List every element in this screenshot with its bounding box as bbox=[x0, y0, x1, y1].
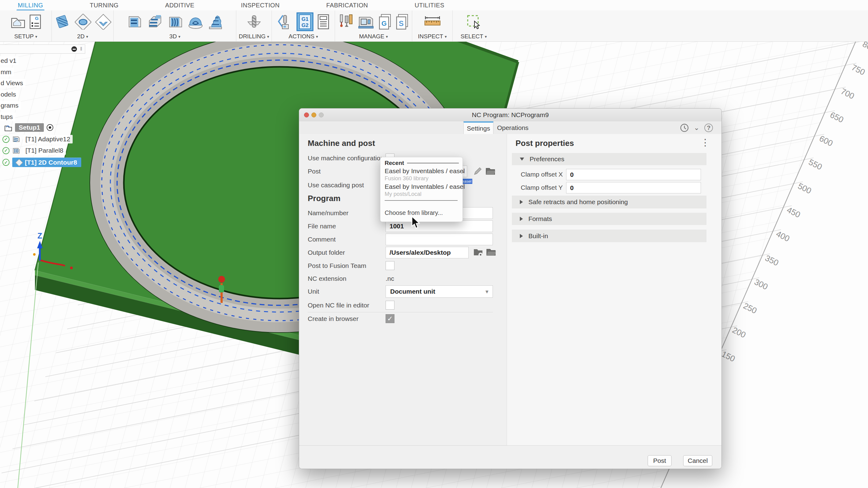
browser-header[interactable]: ‖ bbox=[0, 44, 85, 54]
browser-drag-handle[interactable]: ‖ bbox=[80, 46, 83, 52]
edit-post-pencil-icon[interactable] bbox=[473, 166, 483, 176]
post-process-icon[interactable]: G1 G2 bbox=[297, 12, 314, 31]
measure-icon[interactable] bbox=[423, 15, 442, 29]
tool-library-icon[interactable] bbox=[338, 13, 354, 30]
selected-operation[interactable]: [T1] 2D Contour8 bbox=[12, 158, 81, 167]
drill-icon[interactable] bbox=[246, 14, 262, 30]
browser-item-named-views[interactable]: d Views bbox=[0, 79, 25, 87]
browser-setup1-row[interactable]: Setup1 bbox=[4, 123, 53, 132]
section-preferences[interactable]: Preferences bbox=[512, 153, 707, 165]
menu-item-post-2-subtitle: My posts/Local bbox=[385, 191, 422, 197]
create-in-browser-label: Create in browser bbox=[308, 314, 359, 323]
template-library-icon[interactable]: S bbox=[395, 13, 409, 30]
dialog-tab-settings[interactable]: Settings bbox=[463, 121, 493, 134]
setup1-label[interactable]: Setup1 bbox=[15, 123, 44, 132]
menu-item-post-2[interactable]: Easel by Inventables / easel bbox=[385, 183, 465, 190]
tab-fabrication[interactable]: FABRICATION bbox=[326, 2, 368, 9]
menu-item-choose-from-library[interactable]: Choose from library... bbox=[385, 209, 443, 216]
select-icon[interactable] bbox=[466, 14, 482, 30]
setup-sheet-icon[interactable] bbox=[317, 14, 330, 30]
cancel-button[interactable]: Cancel bbox=[683, 455, 712, 466]
select-group-label[interactable]: SELECT bbox=[461, 33, 487, 40]
2d-adaptive-icon[interactable] bbox=[54, 14, 71, 30]
section-formats[interactable]: Formats bbox=[512, 213, 707, 225]
section-safe-retracts[interactable]: Safe retracts and home positioning bbox=[512, 195, 707, 208]
2d-pocket-icon[interactable] bbox=[75, 14, 91, 30]
machine-library-icon[interactable] bbox=[358, 14, 375, 29]
svg-text:G: G bbox=[381, 20, 386, 27]
section-built-in[interactable]: Built-in bbox=[512, 230, 707, 242]
setup-group-label[interactable]: SETUP bbox=[14, 33, 37, 40]
operation-row-adaptive[interactable]: [T1] Adaptive12 bbox=[2, 135, 73, 144]
help-icon[interactable] bbox=[704, 124, 713, 132]
dialog-titlebar[interactable]: NC Program: NCProgram9 bbox=[299, 109, 721, 122]
3d-adaptive-icon[interactable] bbox=[127, 13, 143, 30]
3d-spiral-icon[interactable] bbox=[208, 13, 223, 30]
clamp-offset-y-input[interactable]: 0 bbox=[566, 182, 701, 193]
tab-additive[interactable]: ADDITIVE bbox=[165, 2, 194, 9]
recent-posts-history-icon[interactable] bbox=[680, 123, 689, 132]
collapse-browser-icon[interactable] bbox=[71, 46, 77, 52]
file-name-input[interactable]: 1001 bbox=[385, 220, 493, 232]
svg-text:G: G bbox=[35, 16, 39, 21]
browse-output-folder-icon[interactable] bbox=[486, 248, 497, 256]
browser-item-setups[interactable]: tups bbox=[0, 113, 15, 121]
dialog-footer: Post Cancel bbox=[299, 446, 721, 469]
mouse-cursor bbox=[411, 216, 423, 229]
nc-program-icon[interactable]: G bbox=[29, 14, 41, 29]
active-setup-radio-icon[interactable] bbox=[46, 124, 53, 131]
actions-group-label[interactable]: ACTIONS bbox=[289, 33, 318, 40]
clamp-offset-x-label: Clamp offset X bbox=[521, 170, 563, 179]
browser-item-units[interactable]: mm bbox=[0, 68, 14, 76]
dialog-tab-operations[interactable]: Operations bbox=[494, 121, 531, 134]
3d-group-label[interactable]: 3D bbox=[169, 33, 181, 40]
inspect-group-label[interactable]: INSPECT bbox=[418, 33, 447, 40]
new-setup-icon[interactable] bbox=[10, 15, 26, 29]
browser-item-programs[interactable]: grams bbox=[0, 101, 21, 110]
tab-milling[interactable]: MILLING bbox=[18, 2, 43, 9]
output-folder-input[interactable]: /Users/alex/Desktop bbox=[385, 247, 469, 258]
view-output-folder-icon[interactable] bbox=[473, 248, 484, 257]
toolbar-group-3d: 3D bbox=[114, 10, 236, 41]
post-to-fusion-team-checkbox[interactable] bbox=[385, 261, 395, 270]
unit-select[interactable]: Document unit bbox=[385, 285, 493, 298]
post-library-icon[interactable]: G bbox=[378, 13, 392, 30]
menu-item-post-1[interactable]: Easel by Inventables / easel bbox=[385, 167, 465, 175]
comment-input[interactable] bbox=[385, 234, 493, 245]
z-axis-label: Z bbox=[37, 232, 42, 240]
create-in-browser-checkbox[interactable] bbox=[385, 314, 395, 323]
clamp-offset-x-input[interactable]: 0 bbox=[566, 169, 701, 180]
contour-operation-icon bbox=[15, 159, 23, 166]
3d-pocket-icon[interactable] bbox=[147, 13, 163, 30]
drilling-group-label[interactable]: DRILLING bbox=[239, 33, 269, 40]
browser-item-models[interactable]: odels bbox=[0, 90, 19, 99]
post-button[interactable]: Post bbox=[648, 455, 672, 466]
post-label: Post bbox=[308, 167, 320, 176]
manage-group-label[interactable]: MANAGE bbox=[359, 33, 388, 40]
operation-valid-icon bbox=[2, 147, 9, 154]
ribbon-toolbar: G SETUP 2D bbox=[0, 10, 868, 42]
operation-label: [T1] Adaptive12 bbox=[23, 135, 73, 144]
output-folder-label: Output folder bbox=[308, 248, 345, 257]
post-properties-menu-icon[interactable] bbox=[701, 140, 710, 146]
tab-turning[interactable]: TURNING bbox=[90, 2, 119, 9]
file-name-label: File name bbox=[308, 222, 336, 231]
2d-group-label[interactable]: 2D bbox=[77, 33, 88, 40]
simulate-icon[interactable] bbox=[277, 13, 293, 30]
operation-row-contour[interactable]: [T1] 2D Contour8 bbox=[2, 158, 81, 167]
menu-divider bbox=[385, 200, 458, 201]
tab-inspection[interactable]: INSPECTION bbox=[241, 2, 280, 9]
toolbar-group-manage: G S MANAGE bbox=[335, 10, 412, 41]
chevron-down-icon[interactable] bbox=[694, 126, 700, 129]
toolbar-group-setup: G SETUP bbox=[0, 10, 52, 41]
browser-item-document[interactable]: ed v1 bbox=[0, 56, 19, 65]
open-nc-file-checkbox[interactable] bbox=[385, 301, 395, 310]
toolbar-group-drilling: DRILLING bbox=[236, 10, 272, 41]
tab-utilities[interactable]: UTILITIES bbox=[415, 2, 444, 9]
open-post-folder-icon[interactable] bbox=[486, 167, 496, 176]
operation-row-parallel[interactable]: [T1] Parallel8 bbox=[2, 146, 66, 155]
3d-scallop-icon[interactable] bbox=[187, 14, 204, 29]
2d-contour-icon[interactable] bbox=[95, 14, 112, 30]
3d-parallel-icon[interactable] bbox=[167, 13, 184, 30]
operation-valid-icon bbox=[2, 159, 9, 166]
